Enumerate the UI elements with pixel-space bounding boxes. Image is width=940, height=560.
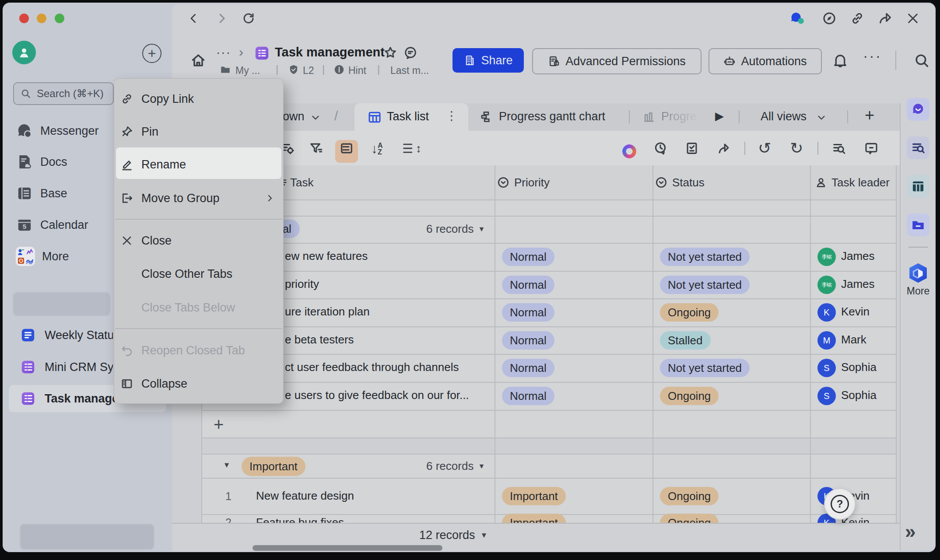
table-selector-label[interactable]: own: [283, 110, 305, 123]
expand-panel-icon[interactable]: »: [905, 521, 915, 542]
last-modified[interactable]: Last m...: [390, 65, 429, 77]
scroll-tabs-right-icon[interactable]: ▶: [715, 109, 724, 123]
cell-task[interactable]: ct user feedback through channels: [285, 360, 459, 374]
menu-item-collapse[interactable]: Collapse: [114, 371, 283, 396]
breadcrumb-ellipsis[interactable]: ···: [216, 46, 231, 60]
advanced-permissions-button[interactable]: Advanced Permissions: [532, 48, 701, 74]
search-icon[interactable]: [913, 52, 930, 69]
cell-priority[interactable]: Normal: [502, 276, 554, 294]
row-height-icon[interactable]: ↕: [403, 141, 421, 156]
cell-leader[interactable]: Mark: [841, 333, 866, 346]
menu-item-rename[interactable]: Rename: [114, 152, 283, 177]
add-view-button[interactable]: +: [865, 106, 874, 125]
menu-item-move-to-group[interactable]: Move to Group: [114, 186, 283, 211]
group-record-count[interactable]: 6 records ▼: [426, 222, 485, 236]
breadcrumb-folder[interactable]: My ...: [235, 65, 260, 77]
cell-status[interactable]: Not yet started: [660, 248, 750, 266]
cell-task[interactable]: Feature bug fixes: [256, 516, 344, 523]
cell-leader[interactable]: James: [841, 277, 875, 291]
notifications-bell-icon[interactable]: [832, 52, 848, 68]
all-views-dropdown[interactable]: All views: [761, 110, 807, 123]
active-view-label[interactable]: Task list: [387, 110, 429, 123]
cell-task[interactable]: ure iteration plan: [285, 305, 370, 318]
collapse-group-icon[interactable]: ▾: [224, 459, 229, 470]
cell-priority[interactable]: Normal: [502, 331, 554, 350]
tab-progress-gantt[interactable]: Progress gantt chart: [499, 110, 605, 123]
cell-status[interactable]: Ongoing: [660, 514, 719, 523]
sidebar-item-messenger[interactable]: Messenger: [16, 121, 99, 140]
filter-icon[interactable]: [309, 141, 323, 156]
view-menu-icon[interactable]: ⋮: [445, 108, 458, 123]
share-view-icon[interactable]: [716, 141, 731, 156]
search-records-icon[interactable]: [831, 141, 846, 156]
cell-status[interactable]: Not yet started: [660, 276, 750, 294]
undo-icon[interactable]: ↺: [758, 139, 771, 158]
group-badge-important[interactable]: Important: [242, 457, 305, 476]
cell-priority[interactable]: Normal: [502, 248, 554, 266]
cell-priority[interactable]: Important: [502, 487, 566, 505]
favorite-star-icon[interactable]: [383, 46, 397, 60]
home-icon[interactable]: [190, 52, 207, 69]
back-icon[interactable]: [187, 12, 200, 25]
column-header-task[interactable]: Task: [290, 176, 313, 189]
cell-leader[interactable]: Sophia: [841, 360, 877, 374]
sidebar-item-calendar[interactable]: 5 Calendar: [16, 215, 88, 234]
reload-icon[interactable]: [242, 11, 256, 25]
column-header-priority[interactable]: Priority: [514, 176, 550, 189]
cell-task[interactable]: ew new features: [285, 249, 368, 263]
cell-status[interactable]: Ongoing: [660, 387, 719, 405]
share-button[interactable]: Share: [452, 48, 524, 73]
compass-icon[interactable]: [822, 11, 837, 26]
dock-messenger-icon[interactable]: [907, 98, 929, 121]
dock-more-icon[interactable]: [906, 261, 930, 285]
sidebar-item-more[interactable]: More: [16, 246, 69, 267]
group-record-count[interactable]: 6 records ▼: [426, 459, 485, 473]
cell-task[interactable]: New feature design: [256, 489, 354, 503]
history-icon[interactable]: [653, 141, 668, 156]
zoom-window-button[interactable]: [55, 14, 64, 23]
comment-icon[interactable]: [864, 141, 879, 156]
sidebar-item-base[interactable]: Base: [16, 184, 67, 203]
add-record-button[interactable]: +: [214, 415, 224, 434]
add-button[interactable]: +: [142, 44, 161, 63]
redo-icon[interactable]: ↻: [790, 139, 803, 158]
horizontal-scrollbar[interactable]: [253, 545, 442, 551]
messenger-badge-icon[interactable]: [790, 11, 805, 24]
dock-folder-icon[interactable]: [907, 214, 929, 236]
menu-item-pin[interactable]: Pin: [114, 119, 283, 144]
column-header-leader[interactable]: Task leader: [831, 176, 890, 189]
search-input[interactable]: Search (⌘+K): [13, 82, 114, 105]
cell-leader[interactable]: Kevin: [841, 305, 870, 318]
total-record-count[interactable]: 12 records ▼: [419, 528, 488, 542]
ai-magic-icon[interactable]: [622, 144, 636, 158]
column-header-status[interactable]: Status: [672, 176, 705, 189]
cell-leader[interactable]: Sophia: [841, 388, 877, 402]
help-button[interactable]: ?: [824, 488, 856, 520]
cell-priority[interactable]: Normal: [502, 387, 554, 405]
more-options-button[interactable]: ···: [863, 47, 882, 64]
sidebar-item-docs[interactable]: Docs: [16, 152, 67, 172]
sidebar-doc-task-management[interactable]: Task management: [19, 389, 115, 408]
cell-task[interactable]: priority: [285, 277, 319, 291]
dock-table-icon[interactable]: [907, 175, 929, 198]
minimize-window-button[interactable]: [37, 14, 46, 23]
close-window-button[interactable]: [19, 14, 29, 23]
cell-status[interactable]: Ongoing: [660, 487, 719, 505]
menu-item-close-other-tabs[interactable]: Close Other Tabs: [114, 261, 283, 287]
close-tab-icon[interactable]: [906, 11, 920, 25]
comments-icon[interactable]: [403, 46, 417, 60]
group-icon[interactable]: [339, 141, 354, 156]
cell-priority[interactable]: Normal: [502, 303, 554, 322]
cell-status[interactable]: Not yet started: [660, 359, 750, 377]
cell-status[interactable]: Ongoing: [660, 303, 719, 322]
security-level[interactable]: L2: [303, 65, 314, 77]
menu-item-copy-link[interactable]: Copy Link: [114, 86, 283, 112]
forward-icon[interactable]: [215, 12, 228, 25]
sidebar-doc-mini-crm[interactable]: Mini CRM System: [19, 358, 113, 376]
cell-priority[interactable]: Important: [502, 514, 566, 523]
menu-item-close[interactable]: Close: [114, 228, 283, 253]
share-window-icon[interactable]: [878, 11, 893, 26]
tab-progress-truncated[interactable]: Progre: [661, 110, 697, 123]
copy-link-icon[interactable]: [850, 11, 865, 26]
sort-icon[interactable]: ↓ AZ: [371, 141, 389, 157]
